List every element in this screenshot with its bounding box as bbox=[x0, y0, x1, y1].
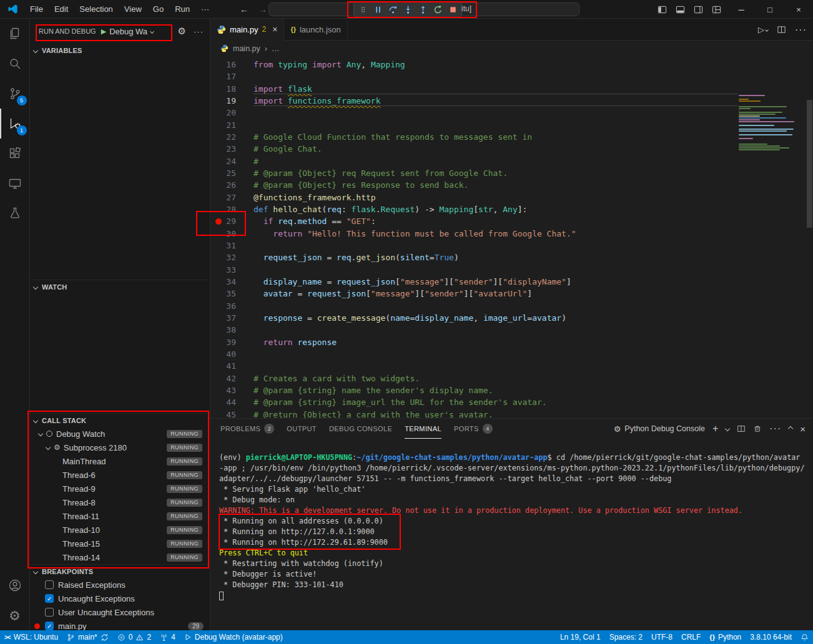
kill-terminal-icon[interactable] bbox=[753, 424, 762, 433]
run-python-file-button[interactable]: ▷ bbox=[758, 25, 768, 34]
close-button[interactable]: × bbox=[784, 0, 813, 19]
git-branch-item[interactable]: main* bbox=[62, 630, 113, 644]
section-call-stack[interactable]: CALL STACK bbox=[30, 413, 210, 427]
code-line[interactable]: 19import functions_framework bbox=[210, 95, 813, 107]
code-line[interactable]: 29 if req.method == "GET": bbox=[210, 215, 813, 227]
checkbox[interactable] bbox=[45, 580, 54, 589]
call-stack-row[interactable]: Thread-15RUNNING bbox=[30, 537, 210, 550]
chevron-down-icon[interactable] bbox=[46, 445, 51, 450]
code-line[interactable]: 21 bbox=[210, 119, 813, 131]
restart-button[interactable] bbox=[430, 2, 445, 17]
code-line[interactable]: 23# Google Chat. bbox=[210, 143, 813, 155]
breakpoint-row[interactable]: main.py29 bbox=[30, 619, 210, 630]
call-stack-row[interactable]: Debug WatchRUNNING bbox=[30, 427, 210, 441]
breadcrumb-file[interactable]: main.py bbox=[233, 44, 260, 53]
sidebar-item-explorer[interactable] bbox=[0, 19, 30, 49]
code-line[interactable]: 41 bbox=[210, 360, 813, 372]
code-line[interactable]: 38 bbox=[210, 324, 813, 336]
call-stack-row[interactable]: Thread-9RUNNING bbox=[30, 482, 210, 495]
tab-ports[interactable]: PORTS 4 bbox=[454, 419, 493, 439]
step-over-button[interactable] bbox=[385, 2, 400, 17]
menu-run[interactable]: Run bbox=[169, 0, 195, 19]
toggle-sidebar-icon[interactable] bbox=[653, 5, 671, 14]
code-line[interactable]: 39 return response bbox=[210, 336, 813, 348]
breakpoint-row[interactable]: Uncaught Exceptions bbox=[30, 592, 210, 605]
close-panel-icon[interactable]: × bbox=[800, 424, 806, 434]
menu-file[interactable]: File bbox=[24, 0, 49, 19]
debug-config-dropdown[interactable]: ▶ Debug Wa bbox=[101, 27, 154, 36]
section-watch[interactable]: WATCH bbox=[30, 280, 210, 293]
language-mode-item[interactable]: {} Python bbox=[705, 630, 746, 644]
code-line[interactable]: 22# Google Cloud Function that responds … bbox=[210, 131, 813, 143]
maximize-button[interactable]: □ bbox=[756, 0, 784, 19]
eol-item[interactable]: CRLF bbox=[677, 630, 705, 644]
code-line[interactable]: 35 avatar = request_json["message"]["sen… bbox=[210, 288, 813, 300]
code-line[interactable]: 37 response = create_message(name=displa… bbox=[210, 312, 813, 324]
forward-button[interactable]: → bbox=[259, 4, 267, 14]
code-line[interactable]: 36 bbox=[210, 300, 813, 312]
more-actions-icon[interactable]: ··· bbox=[194, 27, 204, 36]
code-editor[interactable]: 16from typing import Any, Mapping1718imp… bbox=[210, 56, 813, 418]
menu-more[interactable]: ··· bbox=[195, 0, 215, 19]
call-stack-row[interactable]: Thread-8RUNNING bbox=[30, 495, 210, 509]
customize-layout-icon[interactable] bbox=[707, 5, 726, 14]
debug-session-item[interactable]: Debug Watch (avatar-app) bbox=[180, 630, 287, 644]
call-stack-row[interactable]: Thread-14RUNNING bbox=[30, 550, 210, 564]
minimize-button[interactable]: ─ bbox=[727, 0, 756, 19]
call-stack-row[interactable]: Thread-10RUNNING bbox=[30, 523, 210, 537]
menu-edit[interactable]: Edit bbox=[49, 0, 74, 19]
code-line[interactable]: 40 bbox=[210, 348, 813, 360]
sidebar-item-source-control[interactable]: 5 bbox=[0, 79, 30, 109]
code-line[interactable]: 42# Creates a card with two widgets. bbox=[210, 373, 813, 384]
menu-go[interactable]: Go bbox=[147, 0, 169, 19]
terminal-selector[interactable]: ⚙ Python Debug Console bbox=[614, 424, 705, 434]
maximize-panel-icon[interactable] bbox=[788, 426, 793, 431]
gear-icon[interactable]: ⚙ bbox=[178, 26, 186, 37]
code-line[interactable]: 32 request_json = req.get_json(silent=Tr… bbox=[210, 251, 813, 263]
minimap[interactable] bbox=[739, 95, 804, 418]
code-line[interactable]: 25# @param {Object} req Request sent fro… bbox=[210, 167, 813, 179]
sidebar-item-testing[interactable] bbox=[0, 198, 30, 228]
close-tab-icon[interactable]: × bbox=[272, 24, 277, 34]
tab-problems[interactable]: PROBLEMS 2 bbox=[220, 419, 274, 439]
forwarded-ports-item[interactable]: 4 bbox=[155, 630, 180, 644]
notifications-bell[interactable] bbox=[796, 630, 813, 644]
tab-terminal[interactable]: TERMINAL bbox=[405, 419, 441, 439]
drag-handle-icon[interactable] bbox=[355, 2, 370, 17]
call-stack-row[interactable]: Thread-6RUNNING bbox=[30, 468, 210, 482]
python-interpreter-item[interactable]: 3.8.10 64-bit bbox=[746, 630, 796, 644]
terminal-output[interactable]: (env) pierrick@LAPTOP-HKU5PNNG:~/git/goo… bbox=[210, 439, 813, 630]
code-line[interactable]: 27@functions_framework.http bbox=[210, 192, 813, 203]
split-terminal-icon[interactable] bbox=[737, 424, 746, 433]
toggle-panel-icon[interactable] bbox=[671, 5, 689, 14]
code-line[interactable]: 45# @return {Object} a card with the use… bbox=[210, 409, 813, 418]
back-button[interactable]: ← bbox=[240, 4, 249, 14]
encoding-item[interactable]: UTF-8 bbox=[647, 630, 677, 644]
menu-selection[interactable]: Selection bbox=[74, 0, 118, 19]
section-variables[interactable]: VARIABLES bbox=[30, 44, 210, 57]
code-line[interactable]: 20 bbox=[210, 107, 813, 119]
code-line[interactable]: 34 display_name = request_json["message"… bbox=[210, 276, 813, 288]
editor-more-icon[interactable]: ··· bbox=[795, 24, 807, 36]
accounts-button[interactable] bbox=[0, 570, 30, 600]
checkbox[interactable] bbox=[45, 622, 54, 630]
code-line[interactable]: 30 return "Hello! This function must be … bbox=[210, 228, 813, 240]
sidebar-item-run-and-debug[interactable]: 1 bbox=[0, 109, 30, 139]
tab-launch-json[interactable]: {} launch.json bbox=[284, 19, 347, 40]
step-into-button[interactable] bbox=[400, 2, 415, 17]
code-line[interactable]: 44# @param {string} image_url the URL fo… bbox=[210, 396, 813, 408]
code-line[interactable]: 17 bbox=[210, 71, 813, 82]
breadcrumb[interactable]: main.py › … bbox=[210, 41, 813, 56]
code-line[interactable]: 31 bbox=[210, 240, 813, 251]
tab-main-py[interactable]: main.py 2 × bbox=[210, 19, 284, 41]
code-line[interactable]: 43# @param {string} name the sender's di… bbox=[210, 384, 813, 396]
breakpoint-row[interactable]: Raised Exceptions bbox=[30, 578, 210, 592]
chevron-down-icon[interactable] bbox=[38, 431, 43, 436]
cursor-position-item[interactable]: Ln 19, Col 1 bbox=[556, 630, 605, 644]
editor-scrollbar[interactable] bbox=[807, 100, 812, 228]
code-line[interactable]: 26# @param {Object} res Response to send… bbox=[210, 179, 813, 191]
problems-status-item[interactable]: 0 2 bbox=[113, 630, 155, 644]
breadcrumb-symbol[interactable]: … bbox=[272, 44, 280, 53]
remote-indicator[interactable]: >< WSL: Ubuntu bbox=[0, 630, 62, 644]
settings-button[interactable]: ⚙ bbox=[0, 600, 30, 630]
